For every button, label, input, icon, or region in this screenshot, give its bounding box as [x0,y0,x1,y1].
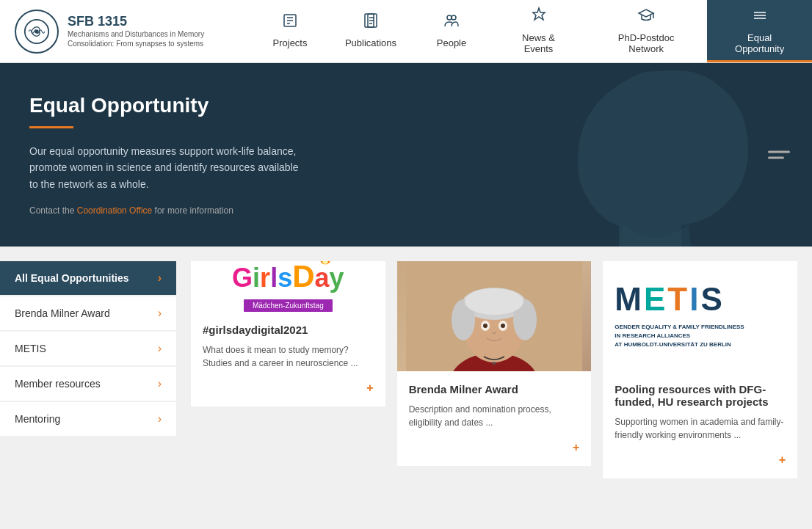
metis-card-title: Pooling resources with DFG-funded, HU re… [615,383,786,408]
card-metis: METIS GENDER EQUALITY & FAMILY FRIENDLIN… [603,261,797,478]
cards-area: GirlsDa🔥y Mädchen-Zukunftstag #girlsdayd… [176,247,812,529]
girlsday-logo: GirlsDa🔥y [232,261,344,292]
brenda-more-icon[interactable]: + [573,441,579,454]
hero-contact-suffix: for more information [152,205,233,216]
silhouette [499,63,812,247]
chevron-icon-0: › [158,271,162,285]
metis-sub-3: AT HUMBOLDT-UNIVERSITÄT ZU BERLIN [615,340,744,349]
card-girlsday: GirlsDa🔥y Mädchen-Zukunftstag #girlsdayd… [191,261,385,406]
nav-people[interactable]: People [411,0,492,62]
sidebar-item-all-label: All Equal Opportunities [15,272,129,284]
nav-projects-label: Projects [273,37,308,48]
nav-news-label: News & Events [507,32,570,54]
news-icon [530,7,548,28]
nav-people-label: People [437,37,466,48]
logo-text: SFB 1315 Mechanisms and Disturbances in … [68,14,214,48]
chevron-icon-2: › [158,342,162,355]
girlsday-more-icon[interactable]: + [366,382,373,395]
svg-point-27 [483,324,487,328]
sidebar-item-mentoring[interactable]: Mentoring › [0,402,176,436]
hero-image [499,63,812,247]
girlsday-card-more: + [191,382,385,406]
hero-title-underline [29,126,73,128]
brenda-photo [397,261,592,371]
menu-bar-1 [768,151,790,153]
hero-section: Equal Opportunity Our equal opportunity … [0,63,812,247]
girlsday-subtitle-banner: Mädchen-Zukunftstag [244,299,333,312]
girlsday-card-body: #girlsdaydigital2021 What does it mean t… [191,312,385,382]
people-icon [443,12,460,33]
brenda-card-title: Brenda Milner Award [409,383,580,395]
hero-description: Our equal opportunity measures support w… [29,143,308,192]
metis-card-more: + [603,453,797,478]
main-content: All Equal Opportunities › Brenda Milner … [0,247,812,529]
sidebar-item-member-label: Member resources [15,378,101,390]
svg-point-24 [465,288,523,315]
metis-card-text: Supporting women in academia and family-… [615,415,786,442]
sidebar-item-metis-label: METIS [15,343,46,354]
nav-phd-postdoc[interactable]: PhD-Postdoc Network [585,0,707,62]
hero-title: Equal Opportunity [29,94,470,117]
girlsday-card-text: What does it mean to study memory? Studi… [203,343,374,370]
chevron-icon-1: › [158,307,162,320]
girlsday-image: GirlsDa🔥y Mädchen-Zukunftstag [191,261,385,312]
phd-icon [637,7,655,28]
sidebar-item-mentoring-label: Mentoring [15,413,60,425]
header: SFB 1315 Mechanisms and Disturbances in … [0,0,812,63]
metis-card-body: Pooling resources with DFG-funded, HU re… [603,371,797,453]
hero-content: Equal Opportunity Our equal opportunity … [0,63,499,247]
metis-image: METIS GENDER EQUALITY & FAMILY FRIENDLIN… [603,261,797,371]
equal-opportunity-icon [751,7,769,28]
sidebar-item-brenda[interactable]: Brenda Milner Award › [0,296,176,330]
hero-menu-decoration [768,151,790,159]
svg-point-28 [501,324,505,328]
main-nav: Projects Publications [250,0,812,62]
sidebar-item-metis[interactable]: METIS › [0,332,176,365]
sidebar-item-all[interactable]: All Equal Opportunities › [0,261,176,295]
menu-bar-2 [768,157,784,159]
brenda-card-text: Description and nomination process, elig… [409,403,580,429]
site-subtitle: Mechanisms and Disturbances in Memory Co… [68,29,214,48]
nav-phd-label: PhD-Postdoc Network [600,32,692,54]
brenda-card-more: + [397,441,592,466]
nav-publications-label: Publications [345,37,396,48]
girlsday-card-title: #girlsdaydigital2021 [203,324,374,336]
svg-point-12 [452,15,456,20]
logo-area: SFB 1315 Mechanisms and Disturbances in … [0,0,250,62]
sidebar-item-member[interactable]: Member resources › [0,367,176,401]
sidebar: All Equal Opportunities › Brenda Milner … [0,247,176,529]
nav-news-events[interactable]: News & Events [492,0,585,62]
metis-sub-2: IN RESEARCH ALLIANCES [615,332,744,340]
hero-contact-prefix: Contact the [29,205,77,216]
nav-equal-opportunity[interactable]: Equal Opportunity [707,0,812,62]
metis-more-icon[interactable]: + [779,453,786,467]
nav-publications[interactable]: Publications [330,0,411,62]
publications-icon [362,12,380,33]
projects-icon [281,12,299,33]
coordination-office-link[interactable]: Coordination Office [77,205,153,216]
svg-point-11 [447,15,452,20]
metis-logo-display: METIS [615,283,725,315]
site-title: SFB 1315 [68,14,214,29]
card-brenda: Brenda Milner Award Description and nomi… [397,261,592,466]
chevron-icon-4: › [158,412,162,426]
metis-subtitle-block: GENDER EQUALITY & FAMILY FRIENDLINESS IN… [615,323,744,349]
metis-sub-1: GENDER EQUALITY & FAMILY FRIENDLINESS [615,323,744,332]
logo-icon[interactable] [15,10,59,54]
chevron-icon-3: › [158,377,162,390]
nav-projects[interactable]: Projects [250,0,330,62]
svg-point-29 [493,362,496,365]
nav-equal-label: Equal Opportunity [722,32,797,54]
hero-contact: Contact the Coordination Office for more… [29,205,470,216]
sidebar-item-brenda-label: Brenda Milner Award [15,307,110,319]
brenda-card-body: Brenda Milner Award Description and nomi… [397,371,592,441]
